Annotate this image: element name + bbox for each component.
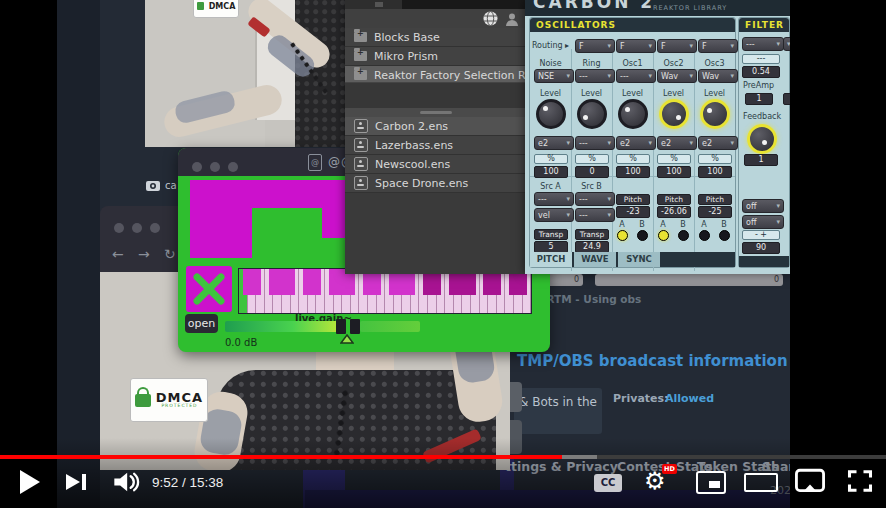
library-tab[interactable] — [402, 0, 525, 9]
wave-dropdown[interactable]: Wav — [657, 69, 697, 83]
led-a[interactable] — [699, 230, 710, 241]
back-arrow-icon[interactable]: ← — [112, 246, 124, 262]
volume-button[interactable] — [112, 469, 140, 495]
library-folder-row[interactable]: Blocks Base — [345, 28, 525, 47]
pitch-value[interactable]: -23 — [616, 206, 650, 218]
piano-black-key[interactable] — [252, 269, 261, 295]
preamp-value[interactable]: 1 — [745, 93, 773, 105]
library-file-row[interactable]: Newscool.ens — [345, 155, 525, 174]
filter-dropdown-cut[interactable] — [783, 37, 790, 51]
transp-chip[interactable]: Transp — [575, 229, 609, 240]
theater-button[interactable] — [744, 473, 778, 492]
percent-button[interactable]: % — [698, 154, 732, 164]
led-b[interactable] — [719, 230, 730, 241]
pitch-chip[interactable]: Pitch — [657, 194, 691, 205]
tab-sync[interactable]: SYNC — [618, 252, 660, 267]
tab-pitch[interactable]: PITCH — [530, 252, 572, 267]
library-file-row[interactable]: Lazerbass.ens — [345, 136, 525, 155]
next-button[interactable] — [66, 474, 86, 490]
tab-wave[interactable]: WAVE — [574, 252, 616, 267]
env-dropdown[interactable]: e2 — [616, 136, 656, 150]
led-b[interactable] — [637, 230, 648, 241]
page-number-field[interactable]: 0 — [595, 274, 783, 286]
forward-arrow-icon[interactable]: → — [138, 246, 150, 262]
globe-icon[interactable] — [483, 11, 498, 26]
routing-dropdown[interactable]: F — [698, 39, 738, 53]
env-dropdown[interactable]: e2 — [698, 136, 738, 150]
wave-dropdown[interactable]: NSE — [534, 69, 574, 83]
transp-chip[interactable]: Transp — [534, 229, 568, 240]
pitch-value[interactable]: -26.06 — [657, 206, 691, 218]
fullscreen-button[interactable] — [846, 468, 874, 494]
amount-field[interactable]: 100 — [657, 166, 691, 178]
gain-slider[interactable] — [225, 320, 420, 333]
routing-dropdown[interactable]: F — [657, 39, 697, 53]
led-a[interactable] — [658, 230, 669, 241]
cast-button[interactable] — [794, 468, 826, 494]
feedback-knob[interactable] — [747, 124, 777, 154]
patcher-window-buttons[interactable] — [192, 157, 246, 176]
library-file-row[interactable]: Space Drone.ens — [345, 174, 525, 193]
piano-keyboard[interactable] — [238, 268, 532, 314]
percent-button[interactable]: % — [575, 154, 609, 164]
amount-field[interactable]: 100 — [698, 166, 732, 178]
wave-dropdown[interactable]: --- — [575, 69, 615, 83]
play-button[interactable] — [20, 470, 40, 494]
library-folder-row[interactable]: Mikro Prism — [345, 47, 525, 66]
privates-value-link[interactable]: Allowed — [665, 392, 714, 405]
gain-slider-handle[interactable] — [350, 319, 360, 334]
level-knob[interactable] — [577, 99, 607, 129]
open-button[interactable]: open — [185, 314, 218, 333]
percent-button[interactable]: % — [657, 154, 691, 164]
gain-slider-handle[interactable] — [336, 319, 346, 334]
level-knob[interactable] — [536, 99, 566, 129]
src-b-dropdown-1[interactable]: --- — [575, 192, 615, 206]
library-scrollstrip[interactable] — [345, 108, 525, 117]
feedback-value[interactable]: 1 — [744, 154, 778, 166]
pitch-chip[interactable]: Pitch — [698, 194, 732, 205]
routing-dropdown[interactable]: F — [575, 39, 615, 53]
filter-value[interactable]: 0.54 — [742, 66, 780, 78]
src-b-dropdown-2[interactable]: --- — [575, 208, 615, 222]
led-b[interactable] — [678, 230, 689, 241]
amount-field[interactable]: 100 — [534, 166, 568, 178]
pitch-chip[interactable]: Pitch — [616, 194, 650, 205]
env-dropdown[interactable]: --- — [575, 136, 615, 150]
level-knob-active[interactable] — [700, 99, 730, 129]
piano-black-key[interactable] — [286, 269, 295, 295]
scrollbar-thumb[interactable] — [420, 111, 452, 114]
user-icon[interactable] — [505, 12, 519, 26]
filter-off-dropdown[interactable]: off — [742, 199, 784, 213]
progress-bar[interactable] — [0, 455, 886, 459]
toggle-x-button[interactable] — [186, 266, 232, 312]
filter-field-cut[interactable] — [783, 93, 790, 105]
level-knob[interactable] — [618, 99, 648, 129]
popup-window-buttons[interactable] — [114, 218, 168, 237]
src-a-dropdown-2[interactable]: vel — [534, 208, 574, 222]
percent-button[interactable]: % — [616, 154, 650, 164]
routing-dropdown[interactable]: F — [616, 39, 656, 53]
led-a[interactable] — [617, 230, 628, 241]
amount-field[interactable]: 0 — [575, 166, 609, 178]
miniplayer-button[interactable] — [696, 471, 726, 494]
env-dropdown[interactable]: e2 — [657, 136, 697, 150]
reload-icon[interactable]: ↻ — [164, 246, 176, 262]
filter-off-dropdown[interactable]: off — [742, 215, 784, 229]
time-display: 9:52 / 15:38 — [152, 475, 223, 490]
amount-field[interactable]: 100 — [616, 166, 650, 178]
settings-button[interactable]: ⚙ HD — [644, 467, 672, 495]
library-file-row[interactable]: Carbon 2.ens — [345, 117, 525, 136]
pitch-value[interactable]: -25 — [698, 206, 732, 218]
env-dropdown[interactable]: e2 — [534, 136, 574, 150]
filter-value-2[interactable]: 90 — [742, 242, 780, 254]
filter-dropdown[interactable]: --- — [742, 37, 784, 51]
piano-black-key[interactable] — [312, 269, 321, 295]
subtitles-button[interactable]: CC — [594, 474, 622, 492]
level-knob-active[interactable] — [659, 99, 689, 129]
src-a-dropdown-1[interactable]: --- — [534, 192, 574, 206]
filter-minus-plus[interactable]: - + — [742, 230, 780, 240]
wave-dropdown[interactable]: --- — [616, 69, 656, 83]
filter-field[interactable]: --- — [742, 54, 780, 64]
wave-dropdown[interactable]: Wav — [698, 69, 738, 83]
percent-button[interactable]: % — [534, 154, 568, 164]
